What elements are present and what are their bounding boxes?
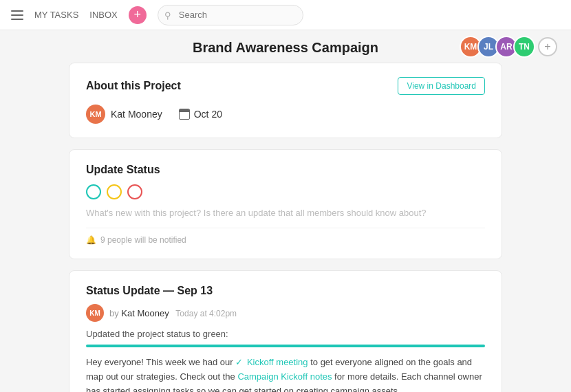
status-dot-yellow[interactable] <box>107 184 122 199</box>
menu-icon[interactable] <box>11 10 23 20</box>
author-name-val: Kat Mooney <box>121 308 169 318</box>
notify-row: 🔔 9 people will be notified <box>86 228 485 245</box>
bell-icon: 🔔 <box>86 235 96 245</box>
campaign-notes-link[interactable]: Campaign Kickoff notes <box>237 371 332 382</box>
top-nav: MY TASKS INBOX + ⚲ <box>0 0 571 30</box>
view-dashboard-button[interactable]: View in Dashboard <box>398 77 485 95</box>
by-label: by <box>109 308 119 318</box>
main-content: About this Project View in Dashboard KM … <box>0 63 571 392</box>
kickoff-meeting-link[interactable]: Kickoff meeting <box>247 357 308 367</box>
calendar-icon <box>179 109 190 120</box>
about-title: About this Project <box>86 80 181 92</box>
owner-name: Kat Mooney <box>111 109 162 120</box>
avatar-4[interactable]: TN <box>513 36 535 58</box>
author-text: by Kat Mooney Today at 4:02pm <box>109 308 237 318</box>
update-time: Today at 4:02pm <box>175 309 237 318</box>
page-header: Brand Awareness Campaign KM JL AR TN + <box>0 30 571 63</box>
search-wrapper: ⚲ <box>158 5 391 25</box>
page-title: Brand Awareness Campaign <box>193 40 378 56</box>
update-body: Hey everyone! This week we had our ✓ Kic… <box>86 356 485 392</box>
search-icon: ⚲ <box>164 10 171 20</box>
status-dot-green[interactable] <box>86 184 101 199</box>
about-meta: KM Kat Mooney Oct 20 <box>86 105 485 124</box>
status-update-title: Status Update — Sep 13 <box>86 285 485 297</box>
due-date: Oct 20 <box>194 109 222 120</box>
owner-avatar: KM <box>86 105 105 124</box>
about-project-card: About this Project View in Dashboard KM … <box>69 63 502 138</box>
status-dot-red[interactable] <box>127 184 142 199</box>
status-dots <box>86 184 485 199</box>
status-line: Updated the project status to green: <box>86 329 485 339</box>
inbox-link[interactable]: INBOX <box>89 10 117 20</box>
about-owner: KM Kat Mooney <box>86 105 162 124</box>
author-row: KM by Kat Mooney Today at 4:02pm <box>86 304 485 322</box>
body-before: Hey everyone! This week we had our <box>86 357 233 367</box>
update-status-card: Update Status What's new with this proje… <box>69 149 502 259</box>
add-button[interactable]: + <box>129 6 147 24</box>
status-update-card: Status Update — Sep 13 KM by Kat Mooney … <box>69 270 502 392</box>
avatar-group: KM JL AR TN + <box>460 36 557 58</box>
search-input[interactable] <box>158 5 303 25</box>
update-status-title: Update Status <box>86 164 485 176</box>
author-avatar: KM <box>86 304 104 322</box>
about-header: About this Project View in Dashboard <box>86 77 485 95</box>
add-member-button[interactable]: + <box>538 37 557 56</box>
status-placeholder: What's new with this project? Is there a… <box>86 208 485 218</box>
notify-text: 9 people will be notified <box>100 235 186 245</box>
green-progress-bar <box>86 345 485 347</box>
my-tasks-link[interactable]: MY TASKS <box>34 10 78 20</box>
check-mark: ✓ <box>235 357 243 367</box>
about-date: Oct 20 <box>179 109 222 120</box>
